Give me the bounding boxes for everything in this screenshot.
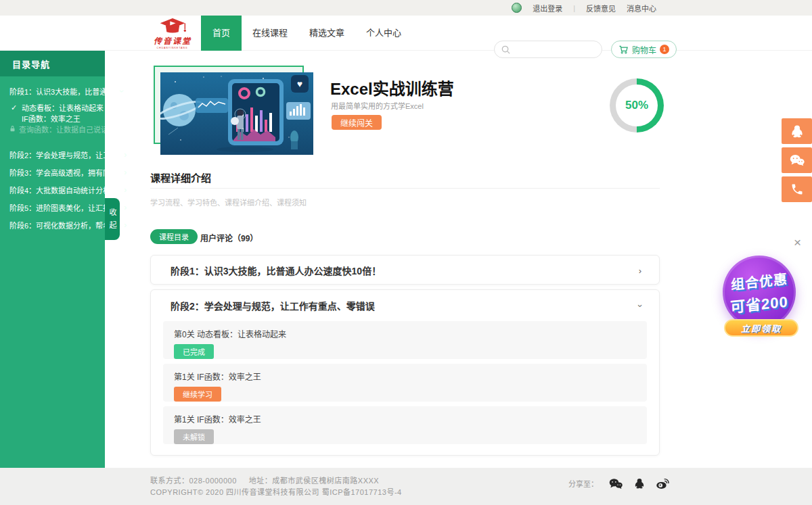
sidebar-stage-6[interactable]: 阶段6：可视化数据分析，帮老板... › [0,218,105,232]
chevron-right-icon: › [124,186,127,194]
status-badge-completed: 已完成 [174,344,214,359]
sidebar-stage-list: 阶段1：认识3大技能，比普通人... › ✓ 动态看板：让表格动起来 IF函数：… [0,76,105,232]
cart-button[interactable]: 购物车 1 [611,41,677,58]
progress-percentage: 50% [610,78,664,133]
claim-coupon-button[interactable]: 立即领取 [724,319,798,337]
footer-address: 地址：成都市武侯区槐树店南路XXXX [249,477,379,485]
nav-item-courses[interactable]: 在线课程 [242,16,298,51]
footer-copyright: COPYRIGHT© 2020 四川传音课堂科技有限公司 蜀ICP备170177… [150,487,402,498]
chevron-right-icon: › [124,203,127,212]
cart-count-badge: 1 [660,45,669,54]
chevron-right-icon: › [124,168,127,176]
nav-item-articles[interactable]: 精选文章 [298,16,355,51]
heart-icon: ♥ [297,78,302,89]
stage-1-accordion: 阶段1：认识3大技能，比普通人办公速度快10倍！ › [150,255,660,285]
qq-share-icon[interactable] [633,477,646,489]
sidebar-stage-3[interactable]: 阶段3：学会高级透视，拥有同时... › [0,166,105,179]
catalog-sidebar: 目录导航 阶段1：认识3大技能，比普通人... › ✓ 动态看板：让表格动起来 … [0,51,105,468]
sidebar-lesson-if[interactable]: IF函数：效率之王 [0,113,105,124]
page: 退出登录 | 反馈意见 消息中心 传音课堂 CHUANYINKETANG 首页 … [0,0,812,505]
lesson-title: 第1关 IF函数：效率之王 [174,413,636,425]
sidebar-collapse-button[interactable]: 收起 [105,198,120,240]
main-navbar: 传音课堂 CHUANYINKETANG 首页 在线课程 精选文章 个人中心 搜索… [0,16,812,51]
feedback-link[interactable]: 反馈意见 [586,3,616,14]
stage-1-accordion-header[interactable]: 阶段1：认识3大技能，比普通人办公速度快10倍！ › [151,256,659,285]
sidebar-stage-label: 阶段3：学会高级透视，拥有同时... [9,167,124,178]
wechat-icon [789,153,805,168]
message-center-link[interactable]: 消息中心 [627,3,656,14]
sidebar-lesson-label: 查询函数：让数据自己说话 [19,124,108,135]
phone-icon [790,183,804,196]
continue-learning-button[interactable]: 继续学习 [174,387,221,402]
sidebar-stage-label: 阶段4：大批数据自动统计分析，... [9,185,124,195]
status-badge-locked: 未解锁 [174,429,214,444]
sidebar-lesson-query-locked[interactable]: 查询函数：让数据自己说话 [0,124,105,135]
footer: 联系方式：028-0000000地址：成都市武侯区槐树店南路XXXX COPYR… [0,468,812,505]
nav-item-profile[interactable]: 个人中心 [355,16,412,51]
check-icon: ✓ [9,103,18,112]
stage-2-accordion-title: 阶段2：学会处理与规范，让工作有重点、零错误 [171,299,375,312]
footer-contact: 联系方式：028-0000000 [150,477,237,485]
lesson-row-completed[interactable]: 第0关 动态看板：让表格动起来 已完成 [163,321,647,359]
logo-title: 传音课堂 [154,34,191,46]
lesson-row-locked[interactable]: 第1关 IF函数：效率之王 未解锁 [163,406,647,444]
favorite-button[interactable]: ♥ [291,75,309,93]
lesson-title: 第0关 动态看板：让表格动起来 [174,328,636,339]
qq-contact-button[interactable] [782,118,812,144]
user-avatar[interactable] [512,3,522,13]
stage-2-accordion: 阶段2：学会处理与规范，让工作有重点、零错误 › 第0关 动态看板：让表格动起来… [150,289,660,456]
wechat-share-icon[interactable] [608,477,623,490]
detail-section-heading: 课程详细介绍 [150,170,211,185]
sidebar-stage-1[interactable]: 阶段1：认识3大技能，比普通人... › [0,85,105,98]
phone-contact-button[interactable] [782,176,812,202]
graduation-cap-icon [158,18,187,34]
tab-course-catalog[interactable]: 课程目录 [150,229,198,244]
search-icon [501,45,511,55]
sidebar-stage-5[interactable]: 阶段5：进阶图表美化，让汇报一... › [0,201,105,214]
cart-label: 购物车 [632,44,656,55]
sidebar-stage-label: 阶段2：学会处理与规范，让工作... [9,149,124,160]
continue-course-button[interactable]: 继续闯关 [332,115,382,130]
weibo-share-icon[interactable] [656,477,671,490]
top-utility-bar: 退出登录 | 反馈意见 消息中心 [0,0,812,16]
qq-icon [790,124,805,139]
chevron-right-icon: › [124,221,127,229]
cart-icon [618,45,629,55]
floating-contact-bar [782,118,812,206]
wechat-contact-button[interactable] [782,147,812,173]
sidebar-stage-2[interactable]: 阶段2：学会处理与规范，让工作... › [0,148,105,162]
sidebar-lesson-dashboard[interactable]: ✓ 动态看板：让表格动起来 [0,102,105,113]
tab-user-comments[interactable]: 用户评论（99） [200,232,258,243]
detail-meta-text: 学习流程、学习特色、课程详细介绍、课程须知 [150,197,307,208]
lesson-list: 第0关 动态看板：让表格动起来 已完成 第1关 IF函数：效率之王 继续学习 第… [151,321,659,444]
lesson-row-in-progress[interactable]: 第1关 IF函数：效率之王 继续学习 [163,364,647,402]
sidebar-title: 目录导航 [0,51,105,76]
promo-close-button[interactable]: × [794,236,801,249]
chevron-right-icon: › [639,266,641,276]
share-label: 分享至： [568,478,598,489]
lock-icon [9,125,16,133]
footer-info: 联系方式：028-0000000地址：成都市武侯区槐树店南路XXXX COPYR… [150,475,402,498]
course-progress-ring: 50% [610,78,664,133]
sidebar-stage-1-label: 阶段1：认识3大技能，比普通人... [9,86,120,97]
course-subtitle: 用最简单实用的方式学Excel [331,100,424,111]
promo-badge[interactable]: 组合优惠 可省200 [723,256,796,329]
divider [150,188,660,189]
site-logo[interactable]: 传音课堂 CHUANYINKETANG [143,17,202,49]
topbar-divider: | [573,4,575,12]
logout-link[interactable]: 退出登录 [533,3,562,14]
sidebar-lesson-label: IF函数：效率之王 [22,113,81,124]
spacer [0,135,105,148]
search-box: 搜索 [494,41,602,58]
nav-item-home[interactable]: 首页 [201,16,242,51]
chevron-down-icon: › [635,304,645,307]
stage-2-accordion-header[interactable]: 阶段2：学会处理与规范，让工作有重点、零错误 › [151,290,659,321]
chevron-down-icon: › [118,90,126,93]
logo-caption: CHUANYINKETANG [157,46,188,49]
sidebar-stage-4[interactable]: 阶段4：大批数据自动统计分析，... › [0,183,105,197]
sidebar-lesson-label: 动态看板：让表格动起来 [22,102,104,113]
footer-share-bar: 分享至： [568,477,671,490]
course-title: Excel实战训练营 [330,76,454,99]
stage-1-accordion-title: 阶段1：认识3大技能，比普通人办公速度快10倍！ [171,264,381,277]
nav-menu: 首页 在线课程 精选文章 个人中心 [201,16,412,51]
